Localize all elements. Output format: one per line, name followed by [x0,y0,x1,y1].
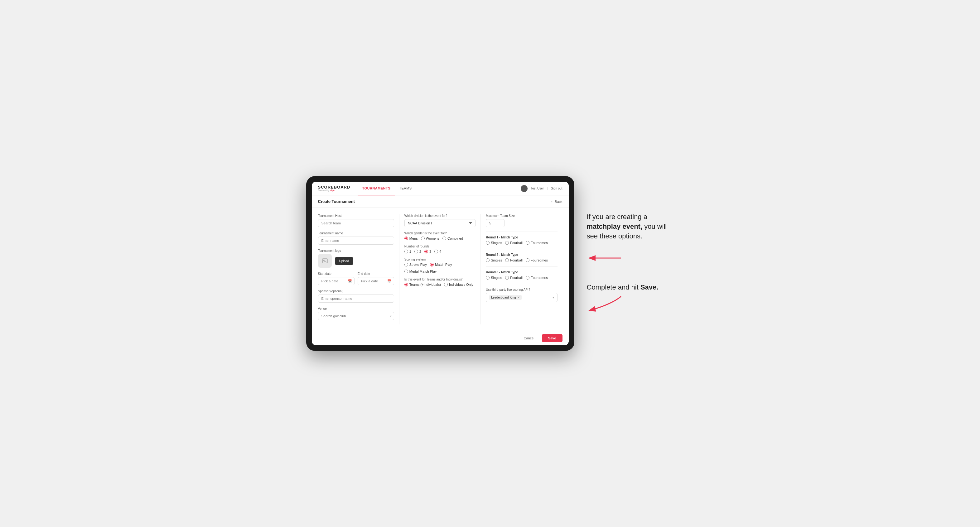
page-wrapper: SCOREBOARD Powered by clipp TOURNAMENTS … [272,176,708,351]
round1-singles[interactable]: Singles [486,241,502,244]
round2-singles-label: Singles [491,258,502,262]
division-select[interactable]: NCAA Division I [404,219,476,227]
rounds-1[interactable]: 1 [404,250,411,253]
rounds-4-label: 4 [439,250,441,253]
section-divider-1 [486,232,557,232]
navbar: SCOREBOARD Powered by clipp TOURNAMENTS … [312,182,569,195]
round1-fourball-label: Fourball [510,241,523,244]
gender-mens[interactable]: Mens [404,237,418,240]
rounds-1-radio[interactable] [404,250,408,253]
gender-mens-label: Mens [409,237,418,240]
cancel-button[interactable]: Cancel [519,334,539,342]
upload-button[interactable]: Upload [335,257,353,265]
api-dropdown-arrow: ▾ [552,296,554,299]
teams-individuals[interactable]: Individuals Only [444,283,473,286]
gender-mens-radio[interactable] [404,237,408,240]
round3-singles[interactable]: Singles [486,276,502,279]
round1-foursomes[interactable]: Foursomes [526,241,548,244]
avatar [521,185,528,192]
arrow-svg-bottom [587,295,624,314]
scoring-match[interactable]: Match Play [430,263,452,267]
scoring-medal-label: Medal Match Play [409,270,436,273]
api-select-box[interactable]: Leaderboard King ✕ ▾ [486,293,557,302]
end-date-input[interactable] [358,277,394,285]
gender-group: Which gender is the event for? Mens Wome… [404,232,476,240]
round2-singles[interactable]: Singles [486,258,502,262]
tab-teams[interactable]: TEAMS [395,182,416,195]
api-tag: Leaderboard King ✕ [489,295,522,300]
api-group: Use third-party live scoring API? Leader… [486,288,557,302]
form-area: Tournament Host Tournament name Tourname… [312,208,569,331]
gender-combined[interactable]: Combined [442,237,463,240]
round2-fourball-radio[interactable] [505,258,509,262]
max-team-group: Maximum Team Size [486,214,557,227]
rounds-1-label: 1 [409,250,411,253]
gender-combined-radio[interactable] [442,237,446,240]
rounds-3[interactable]: 3 [424,250,431,253]
signout-link[interactable]: Sign out [551,187,563,190]
gender-womens-radio[interactable] [421,237,425,240]
start-date-group: Start date 📅 [318,272,355,285]
scoring-radio-group: Stroke Play Match Play Medal Match Play [404,263,476,273]
form-column-2: Which division is the event for? NCAA Di… [399,214,481,324]
round3-foursomes[interactable]: Foursomes [526,276,548,279]
save-button[interactable]: Save [542,334,563,342]
start-date-input[interactable] [318,277,355,285]
teams-individuals-radio[interactable] [444,283,448,286]
form-column-3: Maximum Team Size Round 1 - Match Type S… [481,214,562,324]
scoring-stroke-label: Stroke Play [409,263,427,267]
round1-match-group: Round 1 - Match Type Singles Fourball [486,236,557,244]
round3-singles-radio[interactable] [486,276,490,279]
navbar-right: Test User | Sign out [521,185,563,192]
scoring-stroke[interactable]: Stroke Play [404,263,427,267]
annotation-bold-matchplay: matchplay event, [587,222,643,230]
api-tag-close[interactable]: ✕ [517,296,520,299]
date-row: Start date 📅 End date 📅 [318,272,394,285]
annotation-bottom-text: Complete and hit Save. [587,283,674,292]
rounds-4-radio[interactable] [434,250,438,253]
start-date-label: Start date [318,272,355,276]
scoring-match-radio[interactable] [430,263,434,267]
round2-foursomes[interactable]: Foursomes [526,258,548,262]
tournament-name-group: Tournament name [318,232,394,244]
rounds-label: Number of rounds [404,244,476,248]
rounds-4[interactable]: 4 [434,250,441,253]
scoring-group: Scoring system Stroke Play Match Play [404,258,476,273]
tournament-logo-group: Tournament logo Upload [318,249,394,268]
round3-foursomes-radio[interactable] [526,276,530,279]
scoring-medal-radio[interactable] [404,270,408,273]
sponsor-input[interactable] [318,295,394,303]
annotation-top-text: If you are creating a matchplay event, y… [587,212,674,241]
round1-foursomes-radio[interactable] [526,241,530,244]
teams-teams-radio[interactable] [404,283,408,286]
teams-teams[interactable]: Teams (+Individuals) [404,283,441,286]
max-team-label: Maximum Team Size [486,214,557,217]
round3-fourball-label: Fourball [510,276,523,279]
round2-fourball[interactable]: Fourball [505,258,523,262]
tournament-name-input[interactable] [318,237,394,244]
section-divider-4 [486,284,557,284]
gender-womens[interactable]: Womens [421,237,439,240]
round2-match-label: Round 2 - Match Type [486,253,557,257]
scoring-medal[interactable]: Medal Match Play [404,270,436,273]
gender-radio-group: Mens Womens Combined [404,237,476,240]
tournament-host-input[interactable] [318,219,394,227]
venue-group: Venue ▾ [318,307,394,320]
round2-foursomes-radio[interactable] [526,258,530,262]
tab-tournaments[interactable]: TOURNAMENTS [358,182,395,195]
rounds-2-radio[interactable] [414,250,418,253]
round1-fourball[interactable]: Fourball [505,241,523,244]
round1-singles-radio[interactable] [486,241,490,244]
scoring-stroke-radio[interactable] [404,263,408,267]
round3-fourball[interactable]: Fourball [505,276,523,279]
round3-fourball-radio[interactable] [505,276,509,279]
back-button[interactable]: ← Back [550,200,563,203]
navbar-tabs: TOURNAMENTS TEAMS [358,182,521,195]
round2-singles-radio[interactable] [486,258,490,262]
rounds-2[interactable]: 2 [414,250,421,253]
rounds-3-radio[interactable] [424,250,428,253]
round1-fourball-radio[interactable] [505,241,509,244]
section-divider-2 [486,249,557,249]
venue-input[interactable] [318,312,394,320]
max-team-input[interactable] [486,219,504,227]
